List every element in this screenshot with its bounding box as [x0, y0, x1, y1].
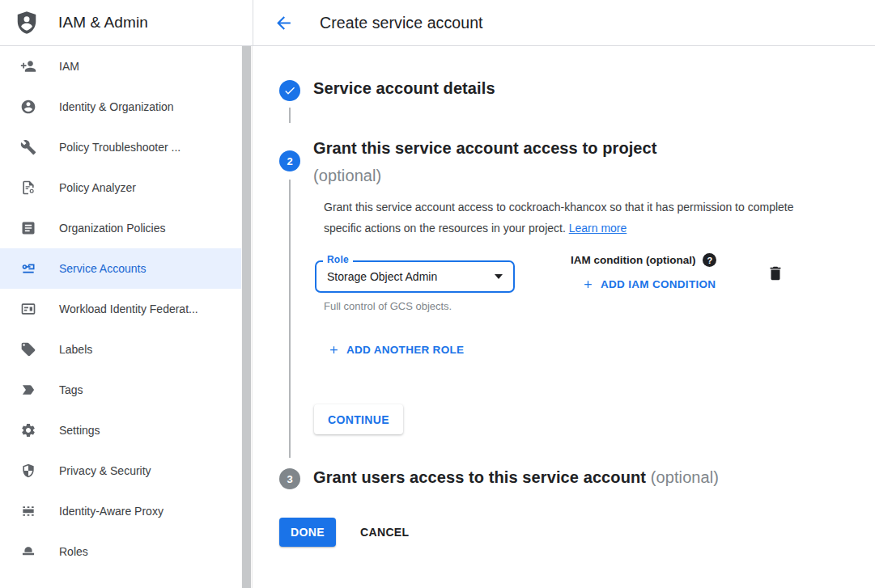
- step3-title: Grant users access to this service accou…: [313, 468, 646, 486]
- sidebar-item-labels[interactable]: Labels: [0, 329, 242, 370]
- policy-analyzer-icon: [20, 180, 36, 196]
- sidebar-scrollbar: [241, 46, 253, 588]
- sidebar-item-service-accounts[interactable]: Service Accounts: [0, 248, 242, 289]
- sidebar-item-label: Service Accounts: [59, 262, 146, 275]
- step1-completed-badge: [279, 80, 300, 101]
- role-field-label: Role: [323, 254, 353, 265]
- brand: IAM & Admin: [0, 0, 253, 45]
- trash-icon: [767, 264, 784, 283]
- app-header: IAM & Admin Create service account: [0, 0, 875, 46]
- cancel-button[interactable]: CANCEL: [354, 518, 415, 547]
- sidebar-item-workload-identity-federat[interactable]: Workload Identity Federat...: [0, 289, 242, 329]
- roles-hat-icon: [20, 544, 36, 560]
- sidebar-scrollbar-thumb[interactable]: [242, 46, 251, 588]
- step2-description: Grant this service account access to coc…: [324, 197, 797, 239]
- step3-optional-text: (optional): [651, 468, 719, 486]
- role-field-group: Storage Object Admin Role: [315, 260, 515, 293]
- organization-policies-icon: [20, 220, 36, 236]
- step2-description-text: Grant this service account access to coc…: [324, 201, 794, 235]
- step2-number: 2: [287, 155, 292, 167]
- sidebar-item-label: Labels: [59, 343, 92, 356]
- sidebar-item-tags[interactable]: Tags: [0, 370, 242, 410]
- delete-role-button[interactable]: [767, 264, 784, 286]
- step1-title[interactable]: Service account details: [313, 79, 495, 98]
- wrench-icon: [20, 139, 36, 155]
- step2-number-badge: 2: [279, 150, 300, 171]
- sidebar-item-privacy-security[interactable]: Privacy & Security: [0, 451, 242, 491]
- step2-title: Grant this service account access to pro…: [313, 134, 657, 162]
- plus-icon: [328, 344, 340, 356]
- page-header: Create service account: [253, 0, 875, 45]
- check-icon: [283, 84, 296, 97]
- add-another-role-label: ADD ANOTHER ROLE: [346, 344, 464, 356]
- gear-icon: [20, 422, 36, 438]
- plus-icon: [582, 278, 594, 290]
- sidebar-item-policy-troubleshooter[interactable]: Policy Troubleshooter ...: [0, 127, 242, 167]
- sidebar-item-label: Identity & Organization: [59, 100, 174, 113]
- sidebar-item-label: IAM: [59, 60, 79, 73]
- step2-optional-label: (optional): [313, 162, 657, 189]
- create-service-account-form: Service account details 2 Grant this ser…: [253, 46, 875, 588]
- identity-aware-proxy-icon: [20, 503, 36, 519]
- sidebar-item-label: Roles: [59, 545, 88, 558]
- help-icon[interactable]: [703, 253, 716, 267]
- done-button[interactable]: DONE: [279, 518, 336, 547]
- continue-button[interactable]: CONTINUE: [314, 404, 403, 434]
- step3-number: 3: [287, 473, 292, 485]
- chevron-down-icon: [495, 274, 503, 279]
- role-selected-value: Storage Object Admin: [327, 270, 437, 283]
- learn-more-link[interactable]: Learn more: [569, 222, 627, 235]
- step-connector: [289, 180, 291, 458]
- sidebar-item-label: Policy Troubleshooter ...: [59, 141, 181, 154]
- back-arrow-icon[interactable]: [272, 11, 295, 34]
- step-connector: [289, 108, 291, 123]
- sidebar-item-label: Organization Policies: [59, 222, 166, 235]
- sidebar-item-iam[interactable]: IAM: [0, 46, 242, 87]
- iam-condition-header: IAM condition (optional): [571, 253, 716, 267]
- step3-heading[interactable]: Grant users access to this service accou…: [313, 468, 719, 487]
- sidebar-item-identity-organization[interactable]: Identity & Organization: [0, 87, 242, 127]
- iam-shield-logo-icon: [15, 10, 39, 36]
- person-add-icon: [20, 58, 36, 74]
- step2-heading: Grant this service account access to pro…: [313, 134, 657, 189]
- tag-important-icon: [20, 382, 36, 398]
- sidebar-item-label: Workload Identity Federat...: [59, 302, 198, 315]
- sidebar-item-label: Settings: [59, 424, 100, 437]
- sidebar-item-identity-aware-proxy[interactable]: Identity-Aware Proxy: [0, 491, 242, 531]
- sidebar-item-label: Privacy & Security: [59, 464, 151, 477]
- privacy-shield-icon: [20, 463, 36, 479]
- sidebar-nav: IAMIdentity & OrganizationPolicy Trouble…: [0, 46, 242, 588]
- sidebar-item-label: Policy Analyzer: [59, 181, 136, 194]
- role-helper-text: Full control of GCS objects.: [324, 300, 452, 312]
- sidebar-item-label: Tags: [59, 383, 83, 396]
- role-select[interactable]: Storage Object Admin: [315, 260, 515, 293]
- page-title: Create service account: [320, 14, 483, 32]
- sidebar-item-organization-policies[interactable]: Organization Policies: [0, 208, 242, 248]
- iam-condition-label: IAM condition (optional): [571, 254, 695, 266]
- add-another-role-button[interactable]: ADD ANOTHER ROLE: [328, 344, 464, 356]
- step3-number-badge: 3: [279, 468, 300, 489]
- sidebar-item-roles[interactable]: Roles: [0, 531, 242, 572]
- add-iam-condition-button[interactable]: ADD IAM CONDITION: [582, 278, 716, 290]
- label-tag-icon: [20, 341, 36, 357]
- add-iam-condition-label: ADD IAM CONDITION: [601, 278, 716, 290]
- sidebar-item-settings[interactable]: Settings: [0, 410, 242, 451]
- service-accounts-key-icon: [20, 260, 36, 277]
- product-title: IAM & Admin: [58, 14, 148, 32]
- sidebar-item-policy-analyzer[interactable]: Policy Analyzer: [0, 167, 242, 208]
- workload-identity-card-icon: [20, 301, 36, 317]
- account-circle-icon: [20, 99, 36, 115]
- sidebar-item-label: Identity-Aware Proxy: [59, 505, 164, 518]
